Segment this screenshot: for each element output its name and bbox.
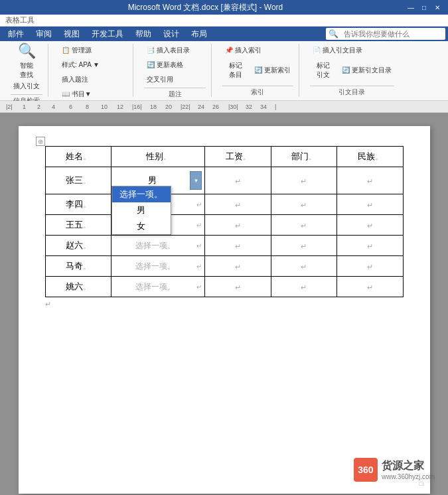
menu-view[interactable]: 视图 bbox=[58, 27, 85, 41]
style-dropdown[interactable]: 样式: APA ▼ bbox=[59, 58, 102, 72]
table-row: 赵六。 选择一项。 ↵ ↵ ↵ ↵ bbox=[45, 236, 403, 256]
cell-name-row5: 马奇。 bbox=[45, 256, 111, 277]
update-index-button[interactable]: 🔄 更新索引 bbox=[252, 64, 293, 77]
menu-devtools[interactable]: 开发工具 bbox=[86, 27, 129, 41]
cell-ethnic-row2: ↵ bbox=[337, 194, 403, 215]
cell-dept-row2: ↵ bbox=[271, 194, 336, 215]
mark-entry-button[interactable]: 标记条目 bbox=[222, 58, 249, 82]
ruler-mark-18: | bbox=[275, 104, 276, 110]
dropdown-value-row5: 选择一项。 bbox=[114, 261, 197, 272]
watermark: 360 货源之家 www.360hyzj.com bbox=[354, 458, 435, 482]
dropdown-option-placeholder[interactable]: 选择一项。 bbox=[112, 186, 171, 202]
title-bar-controls: — □ ✕ bbox=[406, 3, 443, 12]
para-mark: 。 bbox=[243, 153, 250, 161]
ruler-mark-6: 8 bbox=[86, 104, 89, 110]
toc-group-label: 引文目录 bbox=[310, 86, 394, 97]
ruler-mark-8: 12 bbox=[117, 104, 123, 110]
cell-gender-row5: 选择一项。 ↵ bbox=[111, 256, 205, 277]
cell-dept-row1: ↵ bbox=[271, 167, 336, 194]
cell-salary-row5: ↵ bbox=[205, 256, 271, 277]
ribbon: 🔍 智能查找 插入引文 信息检索 📋 管理源 样式: APA ▼ 插入题注 📖 … bbox=[0, 41, 448, 101]
manage-sources-button[interactable]: 📋 管理源 bbox=[59, 44, 94, 57]
table-tools-bar: 表格工具 bbox=[0, 15, 448, 27]
menu-review[interactable]: 审阅 bbox=[31, 27, 57, 41]
header-dept: 部门。 bbox=[271, 147, 336, 167]
menu-help[interactable]: 帮助 bbox=[130, 27, 157, 41]
minimize-button[interactable]: — bbox=[406, 3, 416, 12]
ruler-mark-17: 34 bbox=[260, 104, 267, 110]
ruler-mark-14: 26 bbox=[212, 104, 219, 110]
menu-mail[interactable]: 邮件 bbox=[3, 27, 29, 41]
table-row: 张三。 男 ▼ 选择一项。 男 女 bbox=[45, 167, 403, 194]
watermark-logo: 360 bbox=[354, 458, 378, 482]
update-table-button[interactable]: 🔄 更新表格 bbox=[144, 58, 186, 72]
document-page: ⊕ 姓名。 性别。 工资。 部门。 民族。 张三。 男 bbox=[19, 126, 430, 494]
cell-gender-row6: 选择一项。 ↵ bbox=[111, 277, 205, 297]
below-table-para: ↵ bbox=[45, 300, 404, 309]
bibliography-button[interactable]: 📖 书目▼ bbox=[59, 88, 94, 101]
captions-group-label: 题注 bbox=[144, 88, 206, 99]
para-mark: 。 bbox=[375, 153, 382, 161]
insert-caption-button[interactable]: 插入题注 bbox=[59, 73, 91, 86]
menu-layout[interactable]: 布局 bbox=[186, 27, 212, 41]
cell-name-row6: 姚六。 bbox=[45, 277, 111, 297]
header-salary: 工资。 bbox=[205, 147, 271, 167]
ruler-mark-7: 10 bbox=[101, 104, 108, 110]
ruler-mark-10: 18 bbox=[150, 104, 157, 110]
smart-search-icon: 🔍 bbox=[18, 42, 36, 60]
cell-ethnic-row6: ↵ bbox=[337, 277, 403, 297]
smart-search-label: 智能查找 bbox=[20, 61, 33, 80]
table-tools-label: 表格工具 bbox=[5, 15, 35, 25]
mark-citation-button[interactable]: 标记引文 bbox=[310, 58, 336, 82]
cell-dept-row3: ↵ bbox=[271, 215, 336, 236]
insert-tof-button[interactable]: 📑 插入表目录 bbox=[144, 44, 192, 57]
watermark-url: www.360hyzj.com bbox=[382, 473, 435, 480]
insert-toc-button[interactable]: 📄 插入引文目录 bbox=[310, 44, 365, 57]
dropdown-popup-row1: 选择一项。 男 女 bbox=[112, 186, 171, 235]
ruler-mark-1: |2| bbox=[6, 104, 13, 110]
cell-ethnic-row5: ↵ bbox=[337, 256, 403, 277]
menu-design[interactable]: 设计 bbox=[158, 27, 185, 41]
menu-bar: 邮件 审阅 视图 开发工具 帮助 设计 布局 🔍 bbox=[0, 27, 448, 41]
ribbon-group-toc: 📄 插入引文目录 标记引文 🔄 更新引文目录 引文目录 bbox=[305, 44, 400, 97]
cell-salary-row4: ↵ bbox=[205, 236, 271, 256]
smart-search-button[interactable]: 🔍 智能查找 bbox=[13, 44, 40, 78]
cell-dept-row5: ↵ bbox=[271, 256, 336, 277]
dropdown-value-row1: 男 bbox=[114, 175, 190, 186]
watermark-name: 货源之家 bbox=[382, 459, 435, 473]
table-row: 姚六。 选择一项。 ↵ ↵ ↵ ↵ bbox=[45, 277, 403, 297]
word-table: 姓名。 性别。 工资。 部门。 民族。 张三。 男 ▼ bbox=[45, 146, 404, 297]
header-ethnic: 民族。 bbox=[337, 147, 403, 167]
cell-ethnic-row1: ↵ bbox=[337, 167, 403, 194]
insert-citation-button[interactable]: 插入引文 bbox=[11, 80, 42, 93]
ruler-mark-16: 32 bbox=[246, 104, 252, 110]
ruler-mark-9: |16| bbox=[132, 104, 142, 110]
cell-gender-row4: 选择一项。 ↵ bbox=[111, 236, 205, 256]
cell-dept-row4: ↵ bbox=[271, 236, 336, 256]
cell-name-row2: 李四。 bbox=[45, 194, 111, 215]
cell-name-row4: 赵六。 bbox=[45, 236, 111, 256]
ruler-mark-12: |22| bbox=[181, 104, 190, 110]
dropdown-display-row6: 选择一项。 ↵ bbox=[112, 277, 205, 297]
cell-salary-row3: ↵ bbox=[205, 215, 271, 236]
cell-name-row1: 张三。 bbox=[45, 167, 111, 194]
title-bar: Microsoft Word 文档.docx [兼容模式] - Word — □… bbox=[0, 0, 448, 15]
cell-name-row3: 王五。 bbox=[45, 215, 111, 236]
update-toc-button[interactable]: 🔄 更新引文目录 bbox=[339, 64, 394, 77]
table-row: 马奇。 选择一项。 ↵ ↵ ↵ ↵ bbox=[45, 256, 403, 277]
dropdown-arrow-row1[interactable]: ▼ bbox=[190, 171, 202, 190]
ruler-mark-3: 2 bbox=[37, 104, 40, 110]
ruler-mark-13: 24 bbox=[198, 104, 204, 110]
dropdown-option-female[interactable]: 女 bbox=[112, 218, 171, 234]
ruler: |2| 1 2 4 6 8 10 12 |16| 18 20 |22| 24 2… bbox=[0, 101, 448, 113]
insert-index-button[interactable]: 📌 插入索引 bbox=[222, 44, 264, 57]
search-input[interactable] bbox=[341, 29, 441, 39]
maximize-button[interactable]: □ bbox=[419, 3, 429, 12]
close-button[interactable]: ✕ bbox=[432, 3, 443, 12]
dropdown-option-male[interactable]: 男 bbox=[112, 202, 171, 218]
table-resize-handle[interactable]: ⊕ bbox=[36, 137, 45, 146]
cross-ref-button[interactable]: 交叉引用 bbox=[144, 73, 176, 86]
table-header-row: 姓名。 性别。 工资。 部门。 民族。 bbox=[45, 147, 403, 167]
header-gender: 性别。 bbox=[111, 147, 205, 167]
ribbon-group-captions: 📑 插入表目录 🔄 更新表格 交叉引用 题注 bbox=[139, 44, 212, 97]
